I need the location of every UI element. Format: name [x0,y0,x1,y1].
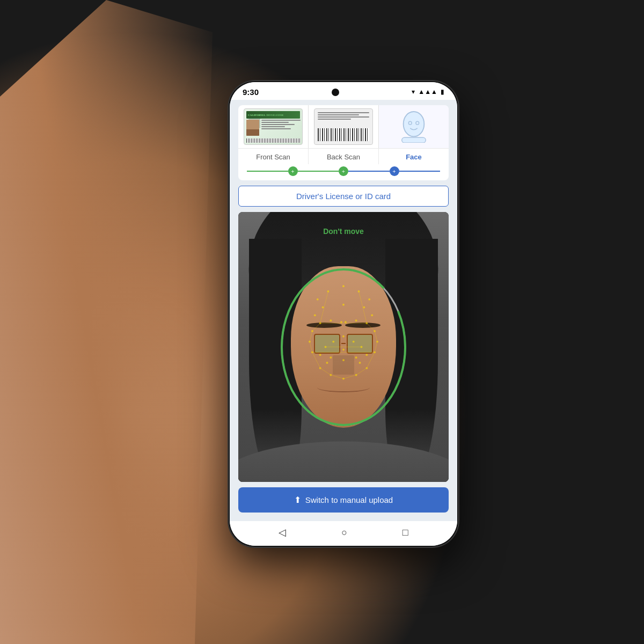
status-time: 9:30 [243,87,259,97]
id-front-thumbnail: CALIFORNIA DRIVER LICENSE [244,108,303,145]
status-icons: ▾ ▲▲▲ ▮ [412,88,444,96]
step-dot-2: + [339,166,348,176]
camera-notch [332,89,339,96]
tab-labels: Front Scan Back Scan Face [238,148,449,164]
dont-move-text: Don't move [323,227,364,236]
home-nav-button[interactable]: ○ [341,527,347,538]
svg-rect-3 [402,137,426,143]
tab-images-row: CALIFORNIA DRIVER LICENSE [238,105,449,148]
step-indicators: + + + [238,164,449,180]
camera-view: Don't move [238,212,449,482]
doc-type-bar[interactable]: Driver's License or ID card [238,186,449,207]
step-line-2 [298,171,339,172]
manual-upload-button[interactable]: ⬆ Switch to manual upload [238,487,449,513]
android-nav-bar: ◁ ○ □ [230,521,457,546]
scan-oval-container [238,212,449,482]
wifi-icon: ▾ [412,88,415,96]
face-outline-icon [399,111,428,143]
tab-face-image[interactable] [379,105,449,148]
step-tabs: CALIFORNIA DRIVER LICENSE [238,105,449,180]
step-line-3 [348,171,390,172]
phone-frame: 9:30 ▾ ▲▲▲ ▮ [228,80,459,547]
tab-back-scan-image[interactable] [309,105,379,148]
status-bar: 9:30 ▾ ▲▲▲ ▮ [230,82,457,100]
tab-label-front-scan[interactable]: Front Scan [238,149,309,164]
tab-label-face[interactable]: Face [379,149,449,164]
tab-label-back-scan[interactable]: Back Scan [309,149,379,164]
step-line-4 [399,171,441,172]
recents-nav-button[interactable]: □ [402,527,408,538]
id-back-lines [318,112,369,120]
signal-icon: ▲▲▲ [418,88,437,96]
manual-upload-label: Switch to manual upload [305,495,393,504]
app-content: CALIFORNIA DRIVER LICENSE [230,100,457,521]
step-line-1 [247,171,288,172]
back-nav-button[interactable]: ◁ [279,526,286,538]
face-photo-background: Don't move [238,212,449,482]
id-back-thumbnail [314,108,373,145]
svg-point-0 [404,112,425,136]
scan-oval-svg [279,267,408,428]
step-dot-1: + [288,166,298,176]
barcode-area [318,128,369,141]
battery-icon: ▮ [441,88,444,96]
tab-front-scan-image[interactable]: CALIFORNIA DRIVER LICENSE [238,105,309,148]
upload-icon: ⬆ [294,495,301,505]
face-icon-container [379,105,449,148]
step-dot-3: + [390,166,399,176]
